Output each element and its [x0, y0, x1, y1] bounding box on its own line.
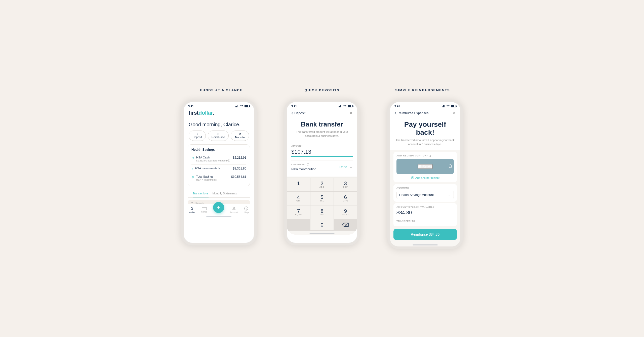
- modal-title-section-2: Bank transfer The transferred amount wil…: [287, 118, 357, 142]
- category-row: CATEGORY ⓘ New Contribution Done: [291, 160, 353, 174]
- section-headers: FUNDS AT A GLANCE QUICK DEPOSITS SIMPLE …: [171, 88, 473, 92]
- status-bar-2: 9:41: [287, 102, 357, 109]
- svg-rect-0: [235, 106, 236, 107]
- hsa-cash-amount: $2,212.91: [233, 156, 246, 159]
- total-savings-label: Total Savings: [196, 175, 217, 178]
- back-label-3: Reimburse Expenses: [397, 111, 429, 115]
- key-5[interactable]: 5 JKL: [310, 191, 334, 205]
- key-9[interactable]: 9 WXYZ: [334, 205, 357, 219]
- time-2: 9:41: [291, 105, 297, 108]
- phone-1: 9:41: [181, 100, 257, 245]
- keypad: 1 2 ABC 3 DEF 4: [287, 178, 357, 231]
- key-8[interactable]: 8 TUV: [310, 205, 334, 219]
- back-button-2[interactable]: Deposit: [291, 111, 305, 115]
- transfer-button[interactable]: ⇄ Transfer: [231, 131, 249, 141]
- help-label: Help: [244, 211, 249, 214]
- nav-wallet[interactable]: $ Wallet: [189, 206, 195, 214]
- key-4[interactable]: 4 GHI: [287, 191, 310, 205]
- key-0[interactable]: 0: [310, 219, 334, 231]
- retake-button[interactable]: Retake: [418, 164, 433, 169]
- modal-header-3: Reimburse Expenses ✕: [390, 109, 460, 118]
- section-title-3: SIMPLE REIMBURSEMENTS: [373, 88, 472, 92]
- phone-2: 9:41: [284, 100, 360, 245]
- svg-text:?: ?: [246, 207, 247, 210]
- nav-cards[interactable]: Cards: [201, 207, 207, 213]
- status-bar-1: 9:41: [184, 102, 254, 109]
- account-value: Health Savings Account: [399, 193, 434, 197]
- time-1: 9:41: [188, 105, 194, 108]
- close-button-3[interactable]: ✕: [453, 111, 456, 115]
- receipt-label: ADD RECIEPT (OPTIONAL): [396, 154, 454, 157]
- key-3[interactable]: 3 DEF: [334, 178, 357, 191]
- nav-account[interactable]: Account: [230, 206, 238, 214]
- amount-value-3[interactable]: $84.80: [396, 210, 454, 217]
- savings-row-1[interactable]: ↑ HSA Investments > $8,351.80: [191, 165, 246, 173]
- signal-icon-3: [442, 105, 445, 107]
- hsa-cash-sublabel: $1,832.91 available to spend ⓘ: [196, 159, 230, 162]
- back-icon-3: [394, 111, 396, 115]
- category-label: CATEGORY ⓘ: [291, 163, 316, 166]
- svg-rect-13: [340, 105, 341, 107]
- deposit-button[interactable]: + Deposit: [189, 131, 206, 141]
- health-savings-title: Health Savings: [191, 148, 246, 151]
- svg-rect-17: [444, 105, 445, 107]
- svg-rect-15: [442, 106, 443, 107]
- account-label: ACCOUNT: [396, 187, 454, 189]
- total-savings-icon: ⊕: [191, 175, 194, 179]
- svg-rect-14: [442, 106, 442, 107]
- hsa-cash-icon: ⊙: [191, 156, 194, 160]
- receipt-section: ADD RECIEPT (OPTIONAL) Retake: [393, 152, 457, 182]
- cards-icon: [202, 207, 207, 210]
- key-backspace[interactable]: ⌫: [334, 219, 357, 231]
- done-button[interactable]: Done: [339, 165, 347, 169]
- hsa-cash-label: HSA Cash: [196, 156, 230, 159]
- add-receipt-button[interactable]: Add another reciept: [396, 176, 454, 180]
- transfer-to-label: TRANSFER TO: [396, 220, 454, 222]
- close-button-2[interactable]: ✕: [349, 111, 353, 115]
- account-chevron-icon: [448, 193, 451, 197]
- account-select[interactable]: Health Savings Account: [396, 191, 454, 199]
- svg-point-19: [419, 166, 420, 167]
- key-7[interactable]: 7 PQRS: [287, 205, 310, 219]
- cards-label: Cards: [201, 210, 207, 213]
- key-2[interactable]: 2 ABC: [310, 178, 334, 191]
- modal-title-2: Bank transfer: [292, 120, 352, 128]
- form-section-2: AMOUNT $107.13 CATEGORY ⓘ New Contributi…: [287, 142, 357, 177]
- savings-row-0: ⊙ HSA Cash $1,832.91 available to spend …: [191, 154, 246, 165]
- trash-icon[interactable]: [449, 164, 452, 168]
- delete-icon: [449, 164, 452, 168]
- amount-section-3: AMOUNT($773.80 AVAILABLE) $84.80 TRANSFE…: [393, 203, 457, 226]
- svg-rect-6: [202, 207, 207, 210]
- modal-title-section-3: Pay yourself back! The transferred amoun…: [390, 118, 460, 150]
- amount-label-3: AMOUNT($773.80 AVAILABLE): [396, 206, 454, 208]
- total-savings-amount: $10,564.61: [231, 175, 246, 179]
- home-indicator-2: [287, 231, 357, 235]
- total-savings-sublabel: HSA + Investments: [196, 178, 217, 181]
- tab-transactions[interactable]: Transactions: [193, 192, 209, 197]
- key-6[interactable]: 6 MNO: [334, 191, 357, 205]
- battery-icon-1: [245, 105, 250, 107]
- svg-rect-16: [443, 105, 444, 107]
- keypad-row-3: 0 ⌫: [287, 219, 357, 231]
- reimburse-button[interactable]: Reimburse $84.80: [393, 229, 457, 240]
- camera-icon: [418, 165, 422, 168]
- section-title-1: FUNDS AT A GLANCE: [172, 88, 271, 92]
- phone1-header: firstdollar.: [184, 109, 254, 119]
- home-indicator-3: [390, 242, 460, 246]
- signal-icon-1: [235, 105, 239, 107]
- wallet-icon: $: [191, 206, 193, 211]
- fab-button[interactable]: +: [213, 202, 224, 213]
- account-label: Account: [230, 211, 238, 214]
- reimburse-button[interactable]: $ Reimburse: [208, 131, 228, 141]
- phone-3-inner: 9:41: [390, 102, 460, 246]
- nav-help[interactable]: ? Help: [244, 206, 249, 214]
- key-1[interactable]: 1: [287, 178, 310, 191]
- status-icons-2: [339, 105, 353, 107]
- svg-rect-7: [202, 207, 207, 208]
- back-button-3[interactable]: Reimburse Expenses: [394, 111, 429, 115]
- amount-input-2[interactable]: $107.13: [291, 149, 353, 157]
- wifi-icon-1: [240, 105, 244, 107]
- tab-monthly-statements[interactable]: Monthly Statements: [213, 192, 237, 197]
- help-icon: ?: [244, 206, 248, 210]
- status-icons-3: [442, 105, 456, 107]
